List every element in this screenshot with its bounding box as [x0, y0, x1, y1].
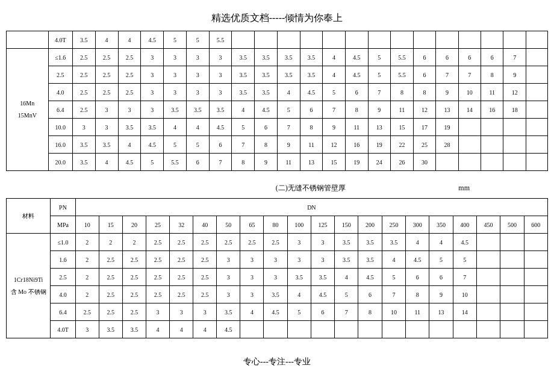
dn-col-header: 450: [476, 216, 500, 234]
data-cell: 3: [287, 251, 311, 269]
data-cell: 6: [413, 49, 435, 66]
data-cell: 3: [209, 66, 232, 84]
data-cell: 3.5: [311, 269, 334, 286]
dn-col-header: 32: [170, 216, 193, 234]
data-cell: 11: [345, 119, 368, 136]
data-cell: [458, 154, 481, 171]
dn-col-header: 20: [122, 216, 146, 234]
page-footer: 专心---专注---专业: [6, 356, 548, 367]
dn-col-header: 250: [382, 216, 405, 234]
data-cell: [277, 31, 300, 49]
data-cell: 3: [118, 101, 141, 119]
data-cell: 13: [429, 303, 453, 321]
data-cell: 3.5: [209, 101, 232, 119]
table-steel-1: 4.0T3.5444.5555.516Mn15MnV≤1.62.52.52.53…: [6, 31, 548, 171]
data-cell: 11: [406, 303, 429, 321]
data-cell: 3.5: [255, 84, 278, 101]
data-cell: 4: [118, 136, 141, 154]
data-cell: 22: [391, 136, 414, 154]
data-cell: 7: [323, 101, 345, 119]
data-cell: [524, 321, 547, 338]
table-steel-2: 材料PNDNMPa1015202532405065801001251502002…: [6, 198, 548, 338]
data-cell: [481, 136, 503, 154]
data-cell: [300, 31, 323, 49]
data-cell: 3.5: [72, 31, 95, 49]
data-cell: 16: [481, 101, 503, 119]
data-cell: 3.5: [382, 234, 405, 251]
data-cell: 4: [170, 321, 193, 338]
data-cell: 6: [300, 101, 323, 119]
data-cell: 6: [436, 49, 458, 66]
data-cell: 14: [458, 101, 481, 119]
data-cell: 3.5: [72, 154, 95, 171]
data-cell: [524, 234, 547, 251]
data-cell: [503, 136, 526, 154]
data-cell: [358, 321, 382, 338]
data-cell: [413, 31, 435, 49]
data-cell: 9: [277, 136, 300, 154]
data-cell: 3.5: [164, 101, 187, 119]
data-cell: 3.5: [300, 49, 323, 66]
data-cell: 15: [391, 119, 414, 136]
data-cell: 5: [186, 136, 209, 154]
data-cell: [453, 321, 476, 338]
data-cell: [500, 269, 524, 286]
data-cell: 2.5: [193, 269, 217, 286]
data-cell: 28: [436, 136, 458, 154]
data-cell: 3.5: [232, 49, 255, 66]
data-cell: 3.5: [358, 251, 382, 269]
data-cell: 2.5: [118, 49, 141, 66]
data-cell: 3: [217, 251, 240, 269]
data-cell: 5: [277, 101, 300, 119]
dn-col-header: 80: [264, 216, 287, 234]
data-cell: 5.5: [209, 31, 232, 49]
data-cell: 5: [232, 119, 255, 136]
data-cell: 5: [164, 31, 187, 49]
data-cell: 2: [75, 234, 99, 251]
data-cell: 5: [368, 66, 390, 84]
data-cell: 2.5: [264, 234, 287, 251]
dn-header: DN: [75, 199, 547, 216]
data-cell: 2.5: [99, 286, 122, 303]
data-cell: 6: [311, 303, 334, 321]
data-cell: 3: [95, 119, 118, 136]
data-cell: 4.5: [453, 234, 476, 251]
dn-col-header: 15: [99, 216, 122, 234]
data-cell: 3.5: [335, 234, 358, 251]
data-cell: [406, 321, 429, 338]
data-cell: 12: [503, 84, 526, 101]
data-cell: 5.5: [391, 66, 414, 84]
data-cell: [524, 303, 547, 321]
data-cell: 4.5: [358, 269, 382, 286]
data-cell: [391, 31, 414, 49]
page-header: 精选优质文档-----倾情为你奉上: [6, 12, 548, 25]
data-cell: 9: [255, 154, 278, 171]
data-cell: [500, 251, 524, 269]
data-cell: 19: [436, 119, 458, 136]
data-cell: 2.5: [170, 251, 193, 269]
data-cell: 11: [391, 101, 414, 119]
data-cell: 7: [382, 286, 405, 303]
data-cell: 7: [368, 84, 390, 101]
data-cell: [500, 286, 524, 303]
dn-col-header: 25: [146, 216, 170, 234]
data-cell: [476, 251, 500, 269]
section-title: (二)无缝不锈钢管壁厚: [163, 183, 458, 193]
data-cell: [476, 234, 500, 251]
data-cell: 4: [335, 269, 358, 286]
data-cell: 3: [170, 303, 193, 321]
data-cell: 14: [453, 303, 476, 321]
pn-cell: 2.5: [48, 66, 72, 84]
data-cell: 3: [72, 119, 95, 136]
data-cell: [458, 31, 481, 49]
data-cell: [526, 84, 547, 101]
data-cell: 3: [287, 234, 311, 251]
dn-col-header: 40: [193, 216, 217, 234]
data-cell: 2.5: [118, 84, 141, 101]
data-cell: 16: [345, 136, 368, 154]
data-cell: 5: [429, 251, 453, 269]
pn-cell: 16.0: [48, 136, 72, 154]
data-cell: 2.5: [240, 234, 264, 251]
data-cell: 2: [75, 269, 99, 286]
data-cell: 4: [240, 303, 264, 321]
